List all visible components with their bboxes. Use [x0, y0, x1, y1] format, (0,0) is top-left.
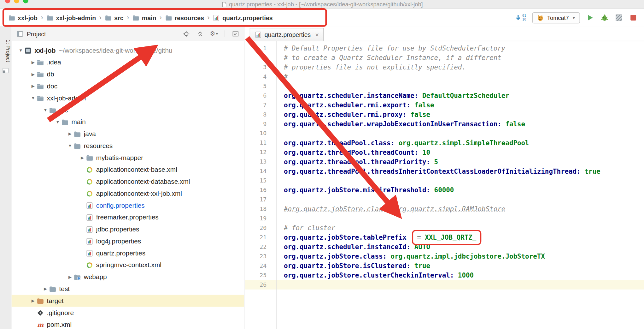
locate-file-button[interactable] [183, 30, 190, 37]
line-number: 10 [245, 129, 276, 138]
editor-line-2[interactable]: 2# to create a Quartz Scheduler Instance… [245, 53, 644, 63]
code-segment [430, 158, 434, 166]
editor-line-10[interactable]: 10 [245, 129, 644, 138]
close-tab-button[interactable]: × [315, 31, 319, 38]
breadcrumb-item-xxl-job[interactable]: xxl-job [8, 14, 38, 21]
breadcrumb-item-xxl-job-admin[interactable]: xxl-job-admin [46, 14, 96, 21]
editor-line-3[interactable]: 3# properties file is not explicitly spe… [245, 63, 644, 72]
tree-node-xxl-job[interactable]: ▼xxl-job~/workspaces/idea-git-workspace/… [11, 45, 244, 57]
tree-node-xxl-job-admin[interactable]: ▼xxl-job-admin [11, 92, 244, 104]
expand-arrow[interactable]: ▶ [30, 60, 37, 64]
tree-node-jdbc-properties[interactable]: jdbc.properties [11, 223, 244, 235]
tree-node-label: applicationcontext-base.xml [96, 166, 177, 173]
line-text: org.quartz.scheduler.wrapJobExecutionInU… [276, 119, 525, 129]
debug-button[interactable] [600, 14, 609, 22]
panel-title: Project [27, 30, 46, 37]
tree-node-webapp[interactable]: ▶webapp [11, 271, 244, 283]
line-number: 8 [245, 110, 276, 119]
editor-line-16[interactable]: 16org.quartz.jobStore.misfireThreshold: … [245, 185, 644, 195]
tree-node-gitignore[interactable]: .gitignore [11, 307, 244, 319]
tool-window-icon[interactable] [2, 67, 9, 74]
tree-node-mybatis-mapper[interactable]: ▶mybatis-mapper [11, 152, 244, 164]
expand-arrow[interactable]: ▶ [79, 155, 86, 160]
expand-arrow[interactable]: ▶ [67, 132, 73, 136]
editor-line-8[interactable]: 8org.quartz.scheduler.rmi.proxy: false [245, 110, 644, 119]
editor-line-4[interactable]: 4# [245, 72, 644, 81]
tree-node-applicationcontext-xxl-job-xml[interactable]: applicationcontext-xxl-job.xml [11, 188, 244, 200]
tree-node-config-properties[interactable]: config.properties [11, 200, 244, 212]
vcs-update-widget[interactable]: 01 10 [514, 14, 526, 22]
tree-node-main[interactable]: ▼main [11, 116, 244, 128]
editor-line-6[interactable]: 6org.quartz.scheduler.instanceName: Defa… [245, 91, 644, 100]
editor-line-11[interactable]: 11org.quartz.threadPool.class: org.quart… [245, 138, 644, 148]
tree-node-db[interactable]: ▶db [11, 68, 244, 80]
collapse-all-button[interactable] [197, 30, 204, 37]
spring-xml-icon [86, 178, 93, 185]
run-config-select[interactable]: Tomcat7 ▼ [532, 12, 580, 23]
editor-line-21[interactable]: 21org.quartz.jobStore.tablePrefix = XXL_… [245, 233, 644, 242]
tree-node-pom-xml[interactable]: mpom.xml [11, 319, 244, 329]
expand-arrow[interactable]: ▼ [30, 96, 37, 100]
expand-arrow[interactable]: ▼ [17, 48, 24, 52]
editor-line-14[interactable]: 14org.quartz.threadPool.threadsInheritCo… [245, 166, 644, 176]
tree-node-java[interactable]: ▶java [11, 128, 244, 140]
tree-node-applicationcontext-base-xml[interactable]: applicationcontext-base.xml [11, 164, 244, 176]
code-segment: 5 [434, 158, 438, 166]
expand-arrow[interactable]: ▼ [67, 143, 73, 148]
tree-node-resources[interactable]: ▼resources [11, 140, 244, 152]
tree-node-target[interactable]: ▶target [11, 295, 244, 307]
tree-node-springmvc-context-xml[interactable]: springmvc-context.xml [11, 259, 244, 271]
editor-line-19[interactable]: 19 [245, 214, 644, 223]
tree-node-log4j-properties[interactable]: log4j.properties [11, 235, 244, 247]
tree-node-label: webapp [84, 273, 107, 280]
line-number: 5 [245, 81, 276, 91]
tree-node-src[interactable]: ▼src [11, 104, 244, 116]
expand-arrow[interactable]: ▶ [30, 72, 37, 76]
tree-node-label: .gitignore [47, 309, 74, 316]
tree-node-test[interactable]: ▶test [11, 283, 244, 295]
tree-node-idea[interactable]: ▶.idea [11, 56, 244, 68]
tree-node-quartz-properties[interactable]: quartz.properties [11, 247, 244, 259]
editor-line-13[interactable]: 13org.quartz.threadPool.threadPriority: … [245, 157, 644, 166]
folder-icon [73, 142, 81, 149]
tree-node-doc[interactable]: ▶doc [11, 80, 244, 92]
breadcrumb-item-resources[interactable]: resources [165, 14, 204, 21]
stop-button[interactable] [629, 14, 637, 22]
editor-line-26[interactable]: 26 [245, 280, 644, 290]
editor-line-17[interactable]: 17 [245, 195, 644, 204]
line-number: 18 [245, 204, 276, 214]
editor-line-12[interactable]: 12org.quartz.threadPool.threadCount: 10 [245, 148, 644, 157]
line-text: #org.quartz.jobStore.class: org.quartz.s… [276, 204, 505, 214]
editor-line-23[interactable]: 23org.quartz.jobStore.class: org.quartz.… [245, 252, 644, 261]
tab-quartz-properties[interactable]: quartz.properties × [250, 28, 324, 41]
run-button[interactable] [586, 14, 594, 22]
tree-node-label: xxl-job [34, 47, 56, 54]
expand-arrow[interactable]: ▶ [42, 287, 49, 291]
hide-panel-button[interactable] [232, 30, 239, 37]
expand-arrow[interactable]: ▼ [42, 108, 49, 112]
code-segment [407, 234, 411, 242]
line-text: org.quartz.jobStore.tablePrefix = XXL_JO… [276, 233, 481, 242]
run-with-coverage-button[interactable] [615, 14, 623, 22]
expand-arrow[interactable]: ▼ [54, 120, 61, 124]
editor-line-9[interactable]: 9org.quartz.scheduler.wrapJobExecutionIn… [245, 119, 644, 129]
editor-line-24[interactable]: 24org.quartz.jobStore.isClustered: true [245, 261, 644, 271]
expand-arrow[interactable]: ▶ [30, 298, 37, 303]
expand-arrow[interactable]: ▶ [67, 275, 73, 279]
breadcrumb-item-quartz-properties[interactable]: quartz.properties [213, 14, 273, 21]
breadcrumb-item-main[interactable]: main [132, 14, 156, 21]
editor-line-5[interactable]: 5 [245, 81, 644, 91]
editor-line-7[interactable]: 7org.quartz.scheduler.rmi.export: false [245, 100, 644, 110]
editor-line-18[interactable]: 18#org.quartz.jobStore.class: org.quartz… [245, 204, 644, 214]
line-number: 21 [245, 233, 276, 242]
tree-node-freemarker-properties[interactable]: freemarker.properties [11, 211, 244, 223]
editor-line-15[interactable]: 15 [245, 176, 644, 185]
editor-body[interactable]: 1# Default Properties file for use by St… [245, 41, 644, 329]
editor-line-1[interactable]: 1# Default Properties file for use by St… [245, 44, 644, 53]
tree-node-applicationcontext-database-xml[interactable]: applicationcontext-database.xml [11, 176, 244, 188]
breadcrumb-item-src[interactable]: src [105, 14, 123, 21]
project-tool-window-button[interactable]: 1: Project [0, 39, 11, 62]
expand-arrow[interactable]: ▶ [30, 84, 37, 88]
gear-icon[interactable]: ⚙▼ [211, 30, 218, 37]
editor-line-25[interactable]: 25org.quartz.jobStore.clusterCheckinInte… [245, 271, 644, 280]
